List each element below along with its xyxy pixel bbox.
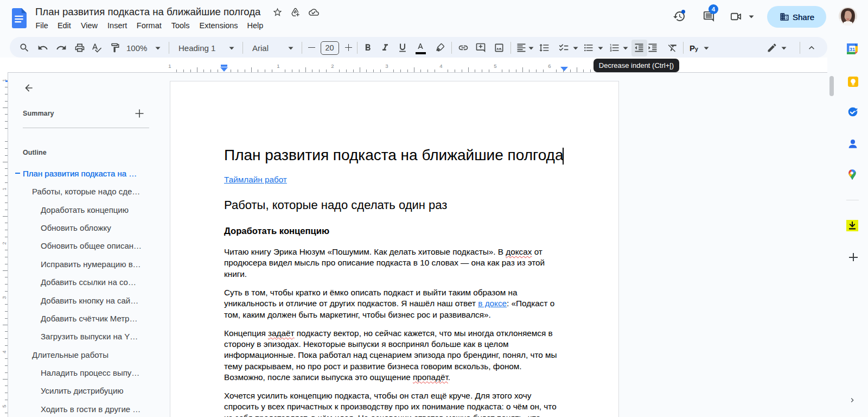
svg-text:31: 31 xyxy=(850,46,856,52)
